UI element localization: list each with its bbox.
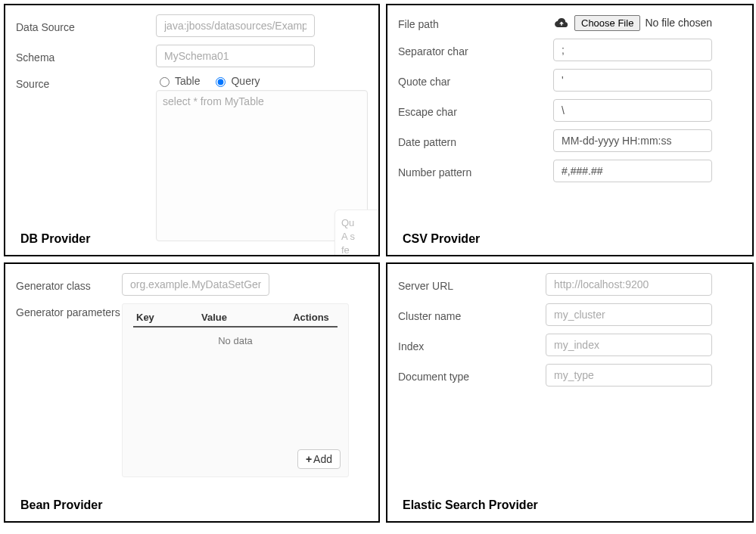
escape-input[interactable]	[553, 99, 712, 122]
bean-provider-panel: Generator class Generator parameters Key…	[4, 262, 380, 523]
file-status: No file chosen	[645, 17, 712, 29]
es-provider-title: Elastic Search Provider	[403, 498, 538, 512]
file-path-label: File path	[398, 15, 553, 30]
source-radio-table[interactable]: Table	[156, 75, 200, 87]
server-url-label: Server URL	[398, 277, 546, 292]
source-radio-query-label: Query	[231, 75, 260, 87]
data-source-input[interactable]	[156, 14, 315, 37]
date-pattern-label: Date pattern	[398, 133, 553, 148]
escape-label: Escape char	[398, 103, 553, 118]
schema-label: Schema	[16, 48, 156, 64]
server-url-input[interactable]	[546, 273, 712, 296]
generator-params-label: Generator parameters	[16, 303, 122, 318]
source-radio-query-input[interactable]	[216, 77, 226, 87]
data-source-label: Data Source	[16, 18, 156, 33]
plus-icon: +	[306, 453, 312, 465]
upload-icon	[553, 14, 570, 31]
generator-class-label: Generator class	[16, 277, 122, 292]
date-pattern-input[interactable]	[553, 129, 712, 152]
cluster-name-input[interactable]	[546, 303, 712, 326]
number-pattern-label: Number pattern	[398, 163, 553, 179]
column-key: Key	[133, 312, 201, 323]
add-button-label: Add	[313, 453, 332, 465]
separator-label: Separator char	[398, 42, 553, 57]
db-provider-panel: Data Source Schema Source Table	[4, 4, 380, 256]
ghost-line-3: fe	[341, 244, 380, 256]
quote-input[interactable]	[553, 69, 712, 92]
no-data-message: No data	[133, 332, 338, 349]
quote-label: Quote char	[398, 73, 553, 88]
generator-params-table: Key Value Actions No data + Add	[122, 303, 349, 477]
index-input[interactable]	[546, 334, 712, 356]
csv-provider-panel: File path Choose File No file chosen Sep…	[386, 4, 754, 256]
source-label: Source	[16, 75, 156, 90]
schema-input[interactable]	[156, 45, 315, 67]
separator-input[interactable]	[553, 39, 712, 61]
source-radio-table-input[interactable]	[160, 77, 170, 87]
csv-provider-title: CSV Provider	[403, 232, 480, 246]
generator-class-input[interactable]	[122, 273, 269, 296]
column-actions: Actions	[285, 312, 338, 323]
bean-provider-title: Bean Provider	[20, 498, 102, 512]
document-type-input[interactable]	[546, 364, 712, 387]
es-provider-panel: Server URL Cluster name Index Document t…	[386, 262, 754, 523]
source-radio-query[interactable]: Query	[212, 75, 260, 87]
cluster-name-label: Cluster name	[398, 307, 546, 322]
db-provider-title: DB Provider	[20, 232, 90, 246]
choose-file-button[interactable]: Choose File	[574, 15, 640, 31]
column-value: Value	[201, 312, 285, 323]
query-textarea[interactable]	[156, 90, 368, 241]
index-label: Index	[398, 337, 546, 352]
source-radio-table-label: Table	[175, 75, 200, 87]
number-pattern-input[interactable]	[553, 160, 712, 182]
add-button[interactable]: + Add	[297, 449, 341, 469]
document-type-label: Document type	[398, 368, 546, 383]
